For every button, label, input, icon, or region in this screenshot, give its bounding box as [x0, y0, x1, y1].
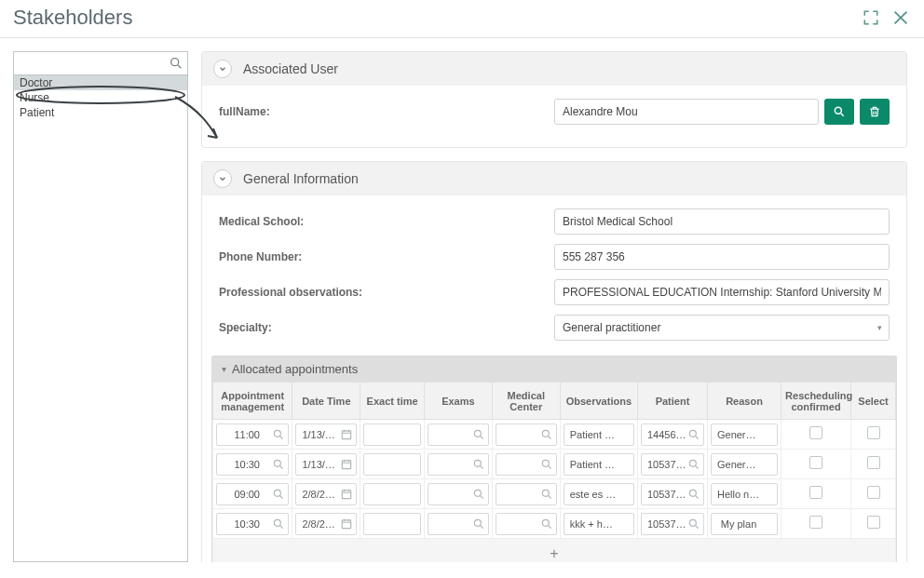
calendar-icon [340, 518, 353, 531]
medcenter-cell[interactable] [496, 453, 557, 476]
exacttime-cell[interactable] [363, 453, 421, 476]
patient-cell[interactable] [641, 453, 704, 476]
sidebar-item-nurse[interactable]: Nurse [14, 90, 187, 105]
obs-cell-input[interactable] [564, 489, 633, 500]
search-icon [272, 458, 285, 471]
col-header[interactable]: Appointment management [213, 383, 292, 420]
exacttime-cell[interactable] [363, 483, 421, 505]
checkbox[interactable] [809, 426, 822, 439]
delete-user-button[interactable] [860, 99, 890, 125]
checkbox[interactable] [867, 486, 880, 499]
exams-cell[interactable] [428, 483, 489, 505]
obs-cell-input[interactable] [564, 429, 633, 440]
col-header[interactable]: Rescheduling confirmed [781, 383, 851, 420]
exacttime-cell-input[interactable] [364, 518, 420, 530]
search-icon [169, 56, 183, 71]
table-row [213, 479, 896, 509]
exacttime-cell-input[interactable] [364, 489, 420, 500]
sidebar-item-patient[interactable]: Patient [14, 105, 187, 120]
svg-point-1 [835, 107, 841, 114]
add-row-button[interactable]: + [213, 539, 896, 563]
reason-cell-input[interactable] [712, 489, 777, 500]
reason-cell-input[interactable] [712, 459, 777, 470]
apm-cell[interactable] [216, 453, 289, 476]
svg-point-11 [689, 460, 696, 466]
col-header[interactable]: Patient [638, 383, 708, 420]
search-icon [687, 488, 700, 501]
sidebar-search-input[interactable] [20, 57, 165, 70]
obs-cell[interactable] [564, 453, 634, 476]
checkbox[interactable] [867, 516, 880, 529]
patient-cell[interactable] [641, 483, 704, 505]
patient-cell[interactable] [641, 423, 704, 446]
obs-cell[interactable] [564, 483, 634, 505]
panel-general-info: General Information Medical School: Phon… [201, 161, 907, 562]
col-header[interactable]: Medical Center [492, 383, 560, 420]
medcenter-cell[interactable] [496, 483, 557, 505]
col-header[interactable]: Exact time [360, 383, 425, 420]
collapse-button[interactable] [213, 60, 232, 78]
specialty-select[interactable] [554, 315, 890, 341]
checkbox[interactable] [867, 456, 880, 469]
search-user-button[interactable] [824, 99, 854, 125]
sidebar-search[interactable] [13, 51, 188, 75]
prof-obs-label: Professional observations: [219, 286, 554, 299]
svg-rect-18 [343, 519, 351, 528]
exams-cell[interactable] [428, 423, 489, 446]
checkbox[interactable] [809, 516, 822, 529]
obs-cell-input[interactable] [564, 459, 633, 470]
apm-cell[interactable] [216, 423, 289, 446]
svg-point-4 [474, 430, 481, 437]
col-header[interactable]: Observations [560, 383, 637, 420]
collapse-button[interactable] [213, 169, 232, 188]
checkbox[interactable] [809, 456, 822, 469]
search-icon [272, 518, 285, 531]
obs-cell[interactable] [564, 423, 634, 446]
fullname-input[interactable] [554, 99, 819, 125]
expand-icon[interactable] [863, 9, 879, 26]
col-header[interactable]: Reason [707, 383, 781, 420]
sidebar: DoctorNursePatient [13, 51, 188, 562]
svg-point-10 [542, 460, 549, 466]
sidebar-item-doctor[interactable]: Doctor [14, 75, 187, 90]
reason-cell-input[interactable] [712, 518, 777, 530]
datetime-cell[interactable] [295, 423, 357, 446]
reason-cell[interactable] [711, 483, 778, 505]
prof-obs-input[interactable] [554, 279, 890, 305]
patient-cell[interactable] [641, 513, 704, 535]
search-icon [540, 428, 553, 441]
medical-school-input[interactable] [554, 208, 890, 235]
checkbox[interactable] [809, 486, 822, 499]
datetime-cell[interactable] [295, 513, 357, 535]
reason-cell[interactable] [711, 513, 778, 535]
reason-cell[interactable] [711, 423, 778, 446]
subpanel-head[interactable]: ▾ Allocated appointments [212, 356, 896, 382]
exacttime-cell[interactable] [363, 513, 421, 535]
exacttime-cell-input[interactable] [364, 459, 420, 470]
obs-cell[interactable] [564, 513, 634, 535]
col-header[interactable]: Exams [424, 383, 492, 420]
medcenter-cell[interactable] [496, 423, 557, 446]
search-icon [540, 518, 553, 531]
exams-cell[interactable] [428, 513, 489, 535]
svg-point-9 [474, 460, 481, 466]
phone-input[interactable] [554, 244, 890, 270]
col-header[interactable]: Select [851, 383, 896, 420]
datetime-cell[interactable] [295, 483, 357, 505]
obs-cell-input[interactable] [564, 518, 633, 530]
col-header[interactable]: Date Time [292, 383, 360, 420]
medcenter-cell[interactable] [496, 513, 557, 535]
exacttime-cell-input[interactable] [364, 429, 420, 440]
appointments-table: Appointment managementDate TimeExact tim… [212, 382, 896, 562]
svg-point-21 [689, 519, 696, 526]
reason-cell[interactable] [711, 453, 778, 476]
checkbox[interactable] [867, 426, 880, 439]
datetime-cell[interactable] [295, 453, 357, 476]
exacttime-cell[interactable] [363, 423, 421, 446]
close-icon[interactable] [890, 7, 911, 28]
apm-cell[interactable] [216, 513, 289, 535]
svg-point-15 [542, 490, 549, 496]
apm-cell[interactable] [216, 483, 289, 505]
exams-cell[interactable] [428, 453, 489, 476]
reason-cell-input[interactable] [712, 429, 777, 440]
